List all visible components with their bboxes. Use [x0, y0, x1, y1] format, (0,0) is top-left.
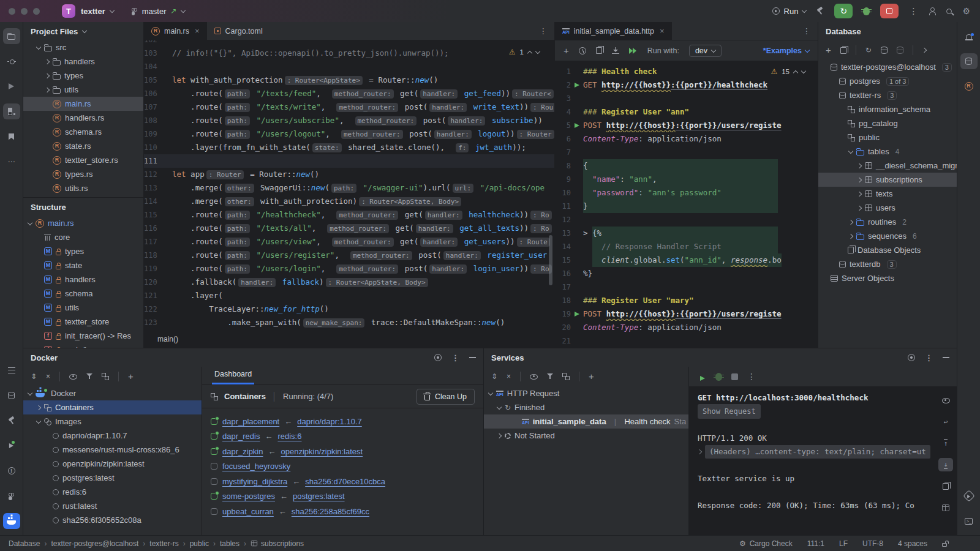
todo-tool-button[interactable] [3, 362, 20, 378]
tree-item[interactable]: textter-postgres@localhost3 [818, 60, 957, 74]
bookmarks-tool-button[interactable] [3, 129, 20, 144]
soft-wrap-icon[interactable]: ↩ [938, 415, 953, 429]
editor-breadcrumb[interactable]: main() [144, 331, 554, 348]
disconnect-icon[interactable] [897, 47, 903, 54]
tree-item[interactable]: fmain() [23, 343, 143, 348]
examples-dropdown[interactable]: *Examples [763, 47, 809, 55]
close-icon[interactable]: × [195, 26, 200, 36]
request-history-button[interactable] [579, 47, 586, 54]
more-actions-button[interactable]: ⋮ [909, 6, 918, 16]
chevron-right-icon[interactable] [922, 48, 927, 53]
tree-toggle-icon[interactable] [45, 73, 50, 78]
preview-eye-icon[interactable] [938, 394, 953, 407]
tree-item[interactable]: sha256:6f305652c08a [23, 513, 202, 527]
container-image-link[interactable]: daprio/dapr:1.10.7 [297, 417, 362, 426]
read-write-lock-icon[interactable] [942, 543, 947, 547]
breadcrumb-item[interactable]: public [190, 539, 209, 548]
tree-toggle-icon[interactable] [857, 191, 862, 196]
code-line[interactable]: 105let with_auth_protection: Router<AppS… [144, 73, 554, 87]
docker-tool-button[interactable] [3, 513, 20, 529]
tree-item[interactable]: subscriptions [818, 173, 957, 187]
container-image-link[interactable]: sha256:258a85cf69cc [292, 507, 369, 516]
new-datasource-button[interactable]: + [826, 47, 831, 53]
import-requests-button[interactable] [612, 47, 619, 54]
scroll-to-top-icon[interactable]: ↑ [938, 437, 953, 450]
project-avatar[interactable]: T [62, 4, 75, 18]
compare-icon[interactable] [938, 501, 953, 514]
breadcrumb-item[interactable]: textter-rs [149, 539, 178, 548]
tree-item[interactable]: sequences6 [818, 229, 957, 243]
group-icon[interactable] [562, 373, 570, 380]
tree-item[interactable]: public [818, 130, 957, 144]
editor-scrollbar[interactable] [549, 235, 552, 285]
rerun-request-button[interactable] [696, 372, 706, 381]
tree-item[interactable]: Mtextter_store [23, 315, 143, 329]
tree-toggle-icon[interactable] [857, 163, 862, 168]
tree-item[interactable]: Rtextter_store.rs [23, 153, 143, 167]
tree-item[interactable]: Not Started [484, 429, 688, 443]
code-line[interactable]: 17 [555, 280, 818, 294]
tree-item[interactable]: Rhandlers.rs [23, 111, 143, 125]
code-line[interactable]: 9 "name": "ann", [555, 173, 818, 186]
tree-item[interactable]: users [818, 201, 957, 215]
run-all-button[interactable] [629, 48, 638, 54]
tree-item[interactable]: rust:latest [23, 499, 202, 513]
code-line[interactable]: 16%} [555, 267, 818, 280]
tree-item[interactable]: Rstate.rs [23, 139, 143, 153]
examples-doc-button[interactable] [596, 47, 602, 54]
code-line[interactable]: 121 .layer( [144, 289, 554, 302]
services-window-options-button[interactable]: ⋮ [925, 353, 933, 362]
tree-toggle-icon[interactable] [488, 390, 493, 395]
tree-item[interactable]: Rmain.rs [23, 216, 143, 230]
tab-http-file[interactable]: API initial_sample_data.http × [555, 22, 672, 40]
tree-item[interactable]: Database Objects [818, 243, 957, 257]
stop-button[interactable] [880, 4, 899, 18]
build-tool-button[interactable] [3, 413, 20, 429]
tree-toggle-icon[interactable] [45, 87, 50, 92]
tree-toggle-icon[interactable] [45, 59, 50, 64]
code-line[interactable]: 107 .route(path: "/texts/write", method_… [144, 100, 554, 114]
tree-item[interactable]: redis:6 [23, 485, 202, 499]
project-tool-button[interactable] [3, 28, 20, 44]
environment-selector[interactable]: dev [689, 45, 722, 57]
container-row[interactable]: upbeat_curran←sha256:258a85cf69cc [211, 504, 483, 519]
branch-selector[interactable]: master ↗ [131, 7, 185, 16]
code-line[interactable]: 12 [555, 213, 818, 227]
tree-item[interactable]: Rtypes.rs [23, 167, 143, 181]
add-request-button[interactable]: + [564, 48, 569, 54]
run-request-gutter-icon[interactable] [571, 78, 583, 92]
filter-icon[interactable] [86, 373, 92, 380]
container-row[interactable]: dapr_placement←daprio/dapr:1.10.7 [211, 414, 483, 429]
tree-item[interactable]: ↻Finished [484, 400, 688, 414]
tree-toggle-icon[interactable] [28, 220, 32, 225]
commit-tool-button[interactable] [3, 53, 20, 69]
code-line[interactable]: 102 [144, 40, 554, 47]
add-connection-button[interactable]: + [128, 373, 134, 380]
debug-button[interactable] [863, 7, 870, 15]
breadcrumb-item[interactable]: subscriptions [261, 539, 304, 548]
new-container-icon[interactable] [102, 373, 109, 380]
indent-indicator[interactable]: 4 spaces [898, 539, 927, 548]
prev-problem-icon[interactable] [527, 50, 532, 55]
build-button[interactable] [816, 7, 824, 15]
project-selector[interactable]: textter [81, 7, 105, 16]
breadcrumb-item[interactable]: tables [220, 539, 239, 548]
close-icon[interactable]: × [660, 26, 665, 36]
code-line[interactable]: 4### Register User "ann" [555, 105, 818, 119]
code-line[interactable]: 118 .route(path: "/users/register", meth… [144, 249, 554, 262]
expand-all-icon[interactable]: ⇕ [491, 372, 497, 381]
code-line[interactable]: 20Content-Type: application/json [555, 321, 818, 334]
run-request-gutter-icon[interactable] [571, 119, 583, 132]
code-line[interactable]: 106 .route(path: "/texts/feed", method_r… [144, 87, 554, 100]
tree-item[interactable]: handlers [23, 54, 143, 69]
tree-item[interactable]: Rmain.rs [23, 97, 143, 111]
rerun-button[interactable]: ↻ [834, 4, 853, 18]
tab-main-rs[interactable]: R main.rs × [144, 22, 207, 40]
tree-item[interactable]: tables4 [818, 144, 957, 159]
tree-item[interactable]: Containers [23, 400, 202, 414]
next-problem-icon[interactable] [801, 69, 806, 73]
window-mode-icon[interactable] [908, 354, 915, 361]
code-line[interactable]: 10 "password": "ann's password" [555, 186, 818, 200]
view-options-icon[interactable] [530, 374, 538, 380]
tree-item[interactable]: textter-rs3 [818, 88, 957, 102]
